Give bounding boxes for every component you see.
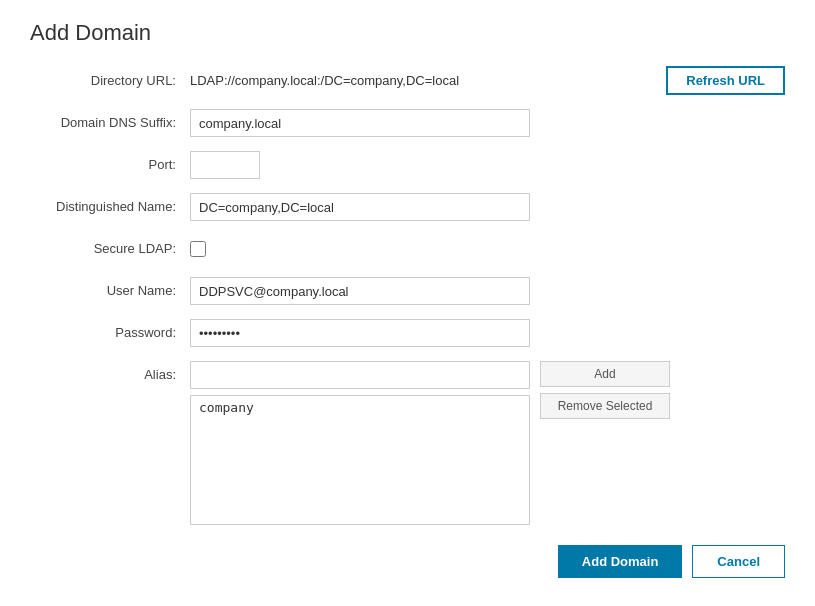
port-row: Port: bbox=[30, 151, 785, 179]
port-input[interactable] bbox=[190, 151, 260, 179]
secure-ldap-field-area bbox=[190, 241, 785, 257]
alias-container: company Add Remove Selected bbox=[190, 361, 670, 525]
secure-ldap-checkbox[interactable] bbox=[190, 241, 206, 257]
cancel-button[interactable]: Cancel bbox=[692, 545, 785, 578]
alias-field-area: company Add Remove Selected bbox=[190, 361, 785, 525]
distinguished-name-field-area bbox=[190, 193, 785, 221]
username-label: User Name: bbox=[30, 277, 190, 305]
password-input[interactable] bbox=[190, 319, 530, 347]
page-title: Add Domain bbox=[30, 20, 785, 46]
domain-dns-label: Domain DNS Suffix: bbox=[30, 109, 190, 137]
directory-url-label: Directory URL: bbox=[30, 67, 190, 95]
domain-dns-field-area bbox=[190, 109, 785, 137]
distinguished-name-input[interactable] bbox=[190, 193, 530, 221]
domain-dns-input[interactable] bbox=[190, 109, 530, 137]
distinguished-name-row: Distinguished Name: bbox=[30, 193, 785, 221]
distinguished-name-label: Distinguished Name: bbox=[30, 193, 190, 221]
alias-list[interactable]: company bbox=[190, 395, 530, 525]
add-domain-button[interactable]: Add Domain bbox=[558, 545, 683, 578]
secure-ldap-row: Secure LDAP: bbox=[30, 235, 785, 263]
secure-ldap-label: Secure LDAP: bbox=[30, 235, 190, 263]
alias-inputs: company bbox=[190, 361, 530, 525]
add-domain-form: Directory URL: LDAP://company.local:/DC=… bbox=[30, 66, 785, 525]
alias-text-input[interactable] bbox=[190, 361, 530, 389]
remove-selected-button[interactable]: Remove Selected bbox=[540, 393, 670, 419]
bottom-buttons: Add Domain Cancel bbox=[30, 545, 785, 578]
refresh-url-button[interactable]: Refresh URL bbox=[666, 66, 785, 95]
alias-row: Alias: company Add Remove Selected bbox=[30, 361, 785, 525]
password-row: Password: bbox=[30, 319, 785, 347]
directory-url-field-area: LDAP://company.local:/DC=company,DC=loca… bbox=[190, 66, 785, 95]
port-label: Port: bbox=[30, 151, 190, 179]
add-alias-button[interactable]: Add bbox=[540, 361, 670, 387]
username-input[interactable] bbox=[190, 277, 530, 305]
password-field-area bbox=[190, 319, 785, 347]
port-field-area bbox=[190, 151, 785, 179]
directory-url-row: Directory URL: LDAP://company.local:/DC=… bbox=[30, 66, 785, 95]
alias-label: Alias: bbox=[30, 361, 190, 389]
username-row: User Name: bbox=[30, 277, 785, 305]
alias-input-row bbox=[190, 361, 530, 389]
password-label: Password: bbox=[30, 319, 190, 347]
directory-url-value: LDAP://company.local:/DC=company,DC=loca… bbox=[190, 73, 646, 88]
username-field-area bbox=[190, 277, 785, 305]
alias-action-buttons: Add Remove Selected bbox=[540, 361, 670, 419]
domain-dns-row: Domain DNS Suffix: bbox=[30, 109, 785, 137]
